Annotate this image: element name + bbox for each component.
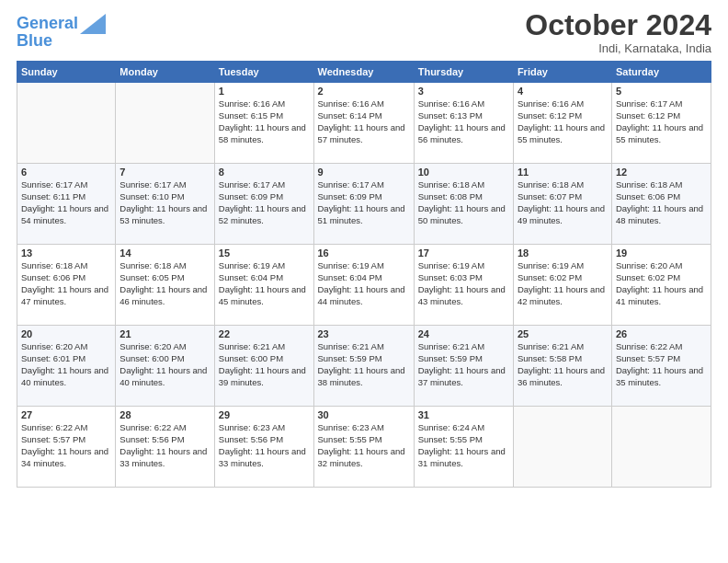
day-number: 13 bbox=[21, 247, 111, 259]
calendar-cell: 20Sunrise: 6:20 AMSunset: 6:01 PMDayligh… bbox=[17, 326, 116, 407]
calendar-week: 1Sunrise: 6:16 AMSunset: 6:15 PMDaylight… bbox=[17, 83, 711, 164]
day-info: Sunrise: 6:16 AMSunset: 6:12 PMDaylight:… bbox=[518, 98, 608, 145]
calendar-cell: 31Sunrise: 6:24 AMSunset: 5:55 PMDayligh… bbox=[414, 407, 513, 488]
day-info: Sunrise: 6:17 AMSunset: 6:09 PMDaylight:… bbox=[219, 179, 310, 226]
calendar-cell: 14Sunrise: 6:18 AMSunset: 6:05 PMDayligh… bbox=[116, 245, 214, 326]
day-number: 21 bbox=[119, 328, 210, 339]
day-number: 16 bbox=[318, 247, 410, 259]
day-number: 25 bbox=[518, 328, 608, 339]
day-number: 31 bbox=[418, 409, 509, 420]
day-info: Sunrise: 6:18 AMSunset: 6:08 PMDaylight:… bbox=[418, 179, 509, 226]
svg-marker-0 bbox=[80, 14, 106, 34]
calendar-week: 20Sunrise: 6:20 AMSunset: 6:01 PMDayligh… bbox=[17, 326, 711, 407]
day-info: Sunrise: 6:18 AMSunset: 6:06 PMDaylight:… bbox=[21, 260, 111, 307]
day-info: Sunrise: 6:16 AMSunset: 6:13 PMDaylight:… bbox=[418, 98, 509, 145]
calendar-table: SundayMondayTuesdayWednesdayThursdayFrid… bbox=[17, 61, 711, 488]
day-info: Sunrise: 6:20 AMSunset: 6:02 PMDaylight:… bbox=[616, 260, 707, 307]
day-number: 24 bbox=[418, 328, 509, 339]
day-info: Sunrise: 6:19 AMSunset: 6:02 PMDaylight:… bbox=[518, 260, 608, 307]
calendar-cell bbox=[611, 407, 711, 488]
day-info: Sunrise: 6:20 AMSunset: 6:01 PMDaylight:… bbox=[21, 341, 111, 388]
page: General Blue October 2024 Indi, Karnatak… bbox=[0, 0, 728, 563]
day-info: Sunrise: 6:23 AMSunset: 5:56 PMDaylight:… bbox=[219, 422, 310, 469]
calendar-cell: 12Sunrise: 6:18 AMSunset: 6:06 PMDayligh… bbox=[611, 164, 711, 245]
calendar-cell: 25Sunrise: 6:21 AMSunset: 5:58 PMDayligh… bbox=[513, 326, 611, 407]
day-info: Sunrise: 6:22 AMSunset: 5:57 PMDaylight:… bbox=[616, 341, 707, 388]
day-number: 27 bbox=[21, 409, 111, 420]
day-info: Sunrise: 6:20 AMSunset: 6:00 PMDaylight:… bbox=[119, 341, 210, 388]
calendar-cell: 6Sunrise: 6:17 AMSunset: 6:11 PMDaylight… bbox=[17, 164, 116, 245]
header: General Blue October 2024 Indi, Karnatak… bbox=[17, 9, 711, 55]
calendar-cell: 3Sunrise: 6:16 AMSunset: 6:13 PMDaylight… bbox=[414, 83, 513, 164]
weekday-header: Tuesday bbox=[214, 62, 313, 83]
calendar-cell bbox=[116, 83, 214, 164]
weekday-header: Thursday bbox=[414, 62, 513, 83]
day-number: 10 bbox=[418, 167, 509, 178]
calendar-cell: 8Sunrise: 6:17 AMSunset: 6:09 PMDaylight… bbox=[214, 164, 313, 245]
calendar-cell: 4Sunrise: 6:16 AMSunset: 6:12 PMDaylight… bbox=[513, 83, 611, 164]
day-info: Sunrise: 6:22 AMSunset: 5:56 PMDaylight:… bbox=[119, 422, 210, 469]
calendar-cell: 7Sunrise: 6:17 AMSunset: 6:10 PMDaylight… bbox=[116, 164, 214, 245]
calendar-cell bbox=[513, 407, 611, 488]
day-number: 5 bbox=[616, 86, 707, 97]
day-number: 19 bbox=[616, 247, 707, 259]
calendar-header: SundayMondayTuesdayWednesdayThursdayFrid… bbox=[17, 62, 711, 83]
day-info: Sunrise: 6:24 AMSunset: 5:55 PMDaylight:… bbox=[418, 422, 509, 469]
calendar-cell: 5Sunrise: 6:17 AMSunset: 6:12 PMDaylight… bbox=[611, 83, 711, 164]
day-number: 26 bbox=[616, 328, 707, 339]
day-number: 30 bbox=[318, 409, 410, 420]
calendar-cell: 2Sunrise: 6:16 AMSunset: 6:14 PMDaylight… bbox=[313, 83, 414, 164]
day-number: 2 bbox=[318, 86, 410, 97]
day-number: 7 bbox=[119, 167, 210, 178]
day-info: Sunrise: 6:16 AMSunset: 6:14 PMDaylight:… bbox=[318, 98, 410, 145]
day-info: Sunrise: 6:21 AMSunset: 5:58 PMDaylight:… bbox=[518, 341, 608, 388]
day-info: Sunrise: 6:18 AMSunset: 6:06 PMDaylight:… bbox=[616, 179, 707, 226]
calendar-week: 27Sunrise: 6:22 AMSunset: 5:57 PMDayligh… bbox=[17, 407, 711, 488]
logo-text: General bbox=[17, 15, 78, 33]
calendar-cell: 9Sunrise: 6:17 AMSunset: 6:09 PMDaylight… bbox=[313, 164, 414, 245]
calendar-cell: 21Sunrise: 6:20 AMSunset: 6:00 PMDayligh… bbox=[116, 326, 214, 407]
day-info: Sunrise: 6:19 AMSunset: 6:04 PMDaylight:… bbox=[318, 260, 410, 307]
weekday-row: SundayMondayTuesdayWednesdayThursdayFrid… bbox=[17, 62, 711, 83]
day-info: Sunrise: 6:17 AMSunset: 6:09 PMDaylight:… bbox=[318, 179, 410, 226]
day-number: 22 bbox=[219, 328, 310, 339]
calendar-cell: 24Sunrise: 6:21 AMSunset: 5:59 PMDayligh… bbox=[414, 326, 513, 407]
calendar-cell: 27Sunrise: 6:22 AMSunset: 5:57 PMDayligh… bbox=[17, 407, 116, 488]
day-info: Sunrise: 6:22 AMSunset: 5:57 PMDaylight:… bbox=[21, 422, 111, 469]
day-number: 20 bbox=[21, 328, 111, 339]
day-number: 4 bbox=[518, 86, 608, 97]
calendar-cell: 26Sunrise: 6:22 AMSunset: 5:57 PMDayligh… bbox=[611, 326, 711, 407]
day-number: 8 bbox=[219, 167, 310, 178]
calendar-cell: 23Sunrise: 6:21 AMSunset: 5:59 PMDayligh… bbox=[313, 326, 414, 407]
day-info: Sunrise: 6:18 AMSunset: 6:07 PMDaylight:… bbox=[518, 179, 608, 226]
calendar-cell: 17Sunrise: 6:19 AMSunset: 6:03 PMDayligh… bbox=[414, 245, 513, 326]
calendar-week: 13Sunrise: 6:18 AMSunset: 6:06 PMDayligh… bbox=[17, 245, 711, 326]
weekday-header: Saturday bbox=[611, 62, 711, 83]
day-info: Sunrise: 6:17 AMSunset: 6:10 PMDaylight:… bbox=[119, 179, 210, 226]
month-title: October 2024 bbox=[525, 9, 711, 41]
calendar-body: 1Sunrise: 6:16 AMSunset: 6:15 PMDaylight… bbox=[17, 83, 711, 488]
day-number: 1 bbox=[219, 86, 310, 97]
calendar-cell: 22Sunrise: 6:21 AMSunset: 6:00 PMDayligh… bbox=[214, 326, 313, 407]
day-number: 3 bbox=[418, 86, 509, 97]
day-info: Sunrise: 6:17 AMSunset: 6:11 PMDaylight:… bbox=[21, 179, 111, 226]
weekday-header: Sunday bbox=[17, 62, 116, 83]
day-info: Sunrise: 6:21 AMSunset: 5:59 PMDaylight:… bbox=[418, 341, 509, 388]
day-info: Sunrise: 6:18 AMSunset: 6:05 PMDaylight:… bbox=[119, 260, 210, 307]
logo: General Blue bbox=[17, 14, 106, 51]
calendar-cell: 28Sunrise: 6:22 AMSunset: 5:56 PMDayligh… bbox=[116, 407, 214, 488]
title-area: October 2024 Indi, Karnataka, India bbox=[525, 9, 711, 55]
day-info: Sunrise: 6:17 AMSunset: 6:12 PMDaylight:… bbox=[616, 98, 707, 145]
calendar-week: 6Sunrise: 6:17 AMSunset: 6:11 PMDaylight… bbox=[17, 164, 711, 245]
logo-blue: Blue bbox=[17, 32, 106, 51]
calendar-cell: 29Sunrise: 6:23 AMSunset: 5:56 PMDayligh… bbox=[214, 407, 313, 488]
weekday-header: Wednesday bbox=[313, 62, 414, 83]
calendar-cell bbox=[17, 83, 116, 164]
calendar-cell: 18Sunrise: 6:19 AMSunset: 6:02 PMDayligh… bbox=[513, 245, 611, 326]
day-number: 11 bbox=[518, 167, 608, 178]
calendar-cell: 1Sunrise: 6:16 AMSunset: 6:15 PMDaylight… bbox=[214, 83, 313, 164]
day-number: 15 bbox=[219, 247, 310, 259]
calendar-cell: 15Sunrise: 6:19 AMSunset: 6:04 PMDayligh… bbox=[214, 245, 313, 326]
location: Indi, Karnataka, India bbox=[525, 41, 711, 55]
calendar-cell: 30Sunrise: 6:23 AMSunset: 5:55 PMDayligh… bbox=[313, 407, 414, 488]
